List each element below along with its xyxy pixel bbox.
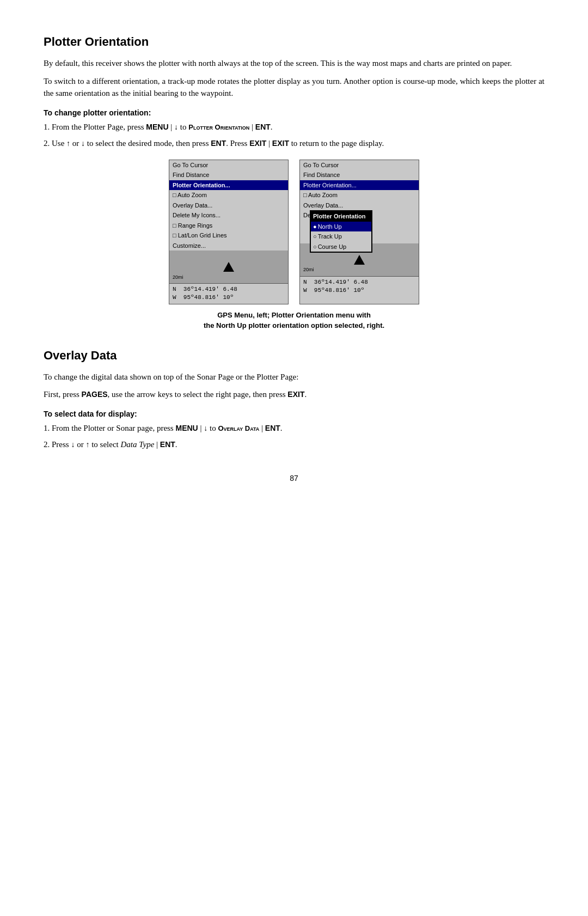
screenshots-area: Go To Cursor Find Distance Plotter Orien… bbox=[44, 160, 544, 304]
data-type-italic: Data Type bbox=[121, 440, 155, 449]
submenu-course-up: ○ Course Up bbox=[311, 242, 371, 252]
overlay-para1: To change the digital data shown on top … bbox=[44, 371, 544, 383]
menu-item-goto: Go To Cursor bbox=[169, 160, 288, 170]
menu-item-find-r: Find Distance bbox=[300, 170, 419, 180]
menu-item-range: □ Range Rings bbox=[169, 221, 288, 231]
menu-item-find: Find Distance bbox=[169, 170, 288, 180]
map-triangle-left bbox=[223, 262, 234, 272]
plotter-step1: 1. From the Plotter Page, press MENU | ↓… bbox=[44, 121, 544, 133]
overlay-para2: First, press PAGES, use the arrow keys t… bbox=[44, 388, 544, 401]
menu-item-plotter: Plotter Orientation... bbox=[169, 180, 288, 191]
exit-key-overlay: EXIT bbox=[287, 390, 304, 399]
coords-left: N 36º14.419' 6.48W 95º48.816' 10º bbox=[169, 283, 288, 304]
exit-key1: EXIT bbox=[249, 139, 266, 148]
plotter-para1: By default, this receiver shows the plot… bbox=[44, 57, 544, 70]
overlay-subheading: To select data for display: bbox=[44, 408, 544, 420]
menu-item-autozoom-r: □ Auto Zoom bbox=[300, 190, 419, 200]
ent-key-overlay: ENT bbox=[265, 424, 280, 432]
menu-key: MENU bbox=[146, 123, 168, 131]
menu-item-plotter-r: Plotter Orientation... bbox=[300, 180, 419, 191]
ent-key: ENT bbox=[255, 123, 271, 131]
overlay-step2: 2. Press ↓ or ↑ to select Data Type | EN… bbox=[44, 438, 544, 451]
plotter-step2: 2. Use ↑ or ↓ to select the desired mode… bbox=[44, 137, 544, 150]
right-screenshot: Go To Cursor Find Distance Plotter Orien… bbox=[299, 160, 419, 304]
submenu-north-up: ● North Up bbox=[311, 222, 371, 232]
plotter-title: Plotter Orientation bbox=[44, 33, 544, 51]
ent-key-overlay2: ENT bbox=[160, 440, 175, 449]
menu-item-autozoom: □ Auto Zoom bbox=[169, 190, 288, 200]
map-triangle-right bbox=[354, 255, 365, 265]
exit-key2: EXIT bbox=[272, 139, 289, 148]
menu-item-goto-r: Go To Cursor bbox=[300, 160, 419, 170]
coords-right: N 36º14.419' 6.48W 95º48.816' 10º bbox=[300, 276, 419, 297]
overlay-step1: 1. From the Plotter or Sonar page, press… bbox=[44, 422, 544, 435]
submenu-title: Plotter Orientation bbox=[311, 211, 371, 222]
ent-key2: ENT bbox=[211, 139, 226, 148]
menu-item-overlay: Overlay Data... bbox=[169, 200, 288, 211]
menu-item-de: De Plotter Orientation ● North Up ○ Trac… bbox=[300, 210, 419, 221]
menu-item-overlay-r: Overlay Data... bbox=[300, 200, 419, 211]
plotter-orientation-dest: Plotter Orientation bbox=[188, 123, 249, 131]
page-number: 87 bbox=[44, 473, 544, 484]
submenu-track-up: ○ Track Up bbox=[311, 231, 371, 242]
left-map-area: 20mi bbox=[169, 251, 288, 283]
screenshot-caption: GPS Menu, left; Plotter Orientation menu… bbox=[44, 310, 544, 331]
left-screenshot: Go To Cursor Find Distance Plotter Orien… bbox=[169, 160, 289, 304]
menu-item-customize: Customize... bbox=[169, 241, 288, 251]
menu-item-latlon: □ Lat/Lon Grid Lines bbox=[169, 230, 288, 241]
overlay-title: Overlay Data bbox=[44, 346, 544, 364]
menu-item-delete: Delete My Icons... bbox=[169, 210, 288, 221]
overlay-data-dest: Overlay Data bbox=[218, 424, 259, 432]
scale-label-left: 20mi bbox=[173, 274, 183, 282]
plotter-para2: To switch to a different orientation, a … bbox=[44, 75, 544, 100]
plotter-subheading: To change plotter orientation: bbox=[44, 107, 544, 119]
scale-label-right: 20mi bbox=[303, 266, 314, 274]
menu-key-overlay: MENU bbox=[175, 424, 198, 432]
pages-key: PAGES bbox=[82, 390, 108, 399]
